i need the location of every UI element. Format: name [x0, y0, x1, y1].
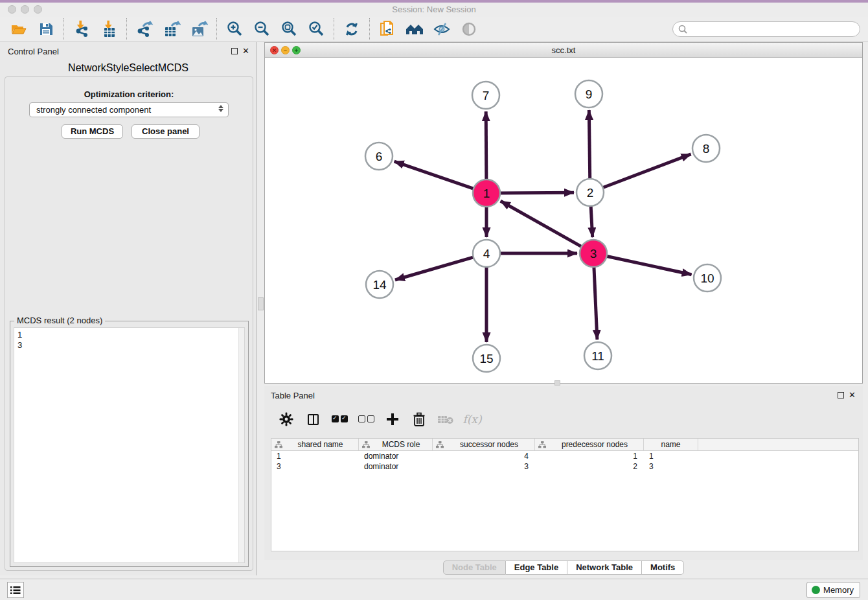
trash-icon — [413, 412, 426, 426]
node-label-14: 14 — [372, 278, 387, 292]
refresh-button[interactable] — [341, 19, 363, 40]
node-label-4: 4 — [483, 247, 490, 260]
select-all-button[interactable] — [329, 410, 350, 429]
edge-3-1[interactable] — [501, 201, 583, 247]
table-cell[interactable]: dominator — [359, 451, 433, 461]
task-history-button[interactable] — [7, 582, 24, 598]
criterion-dropdown[interactable]: strongly connected component — [29, 102, 229, 117]
tab-network-table[interactable]: Network Table — [567, 560, 642, 575]
edge-3-11[interactable] — [594, 266, 597, 340]
zoom-fit-button[interactable] — [278, 19, 300, 40]
close-panel-icon[interactable]: ✕ — [849, 390, 856, 400]
network-window-titlebar[interactable]: ✕ − + scc.txt — [265, 43, 862, 58]
float-panel-icon[interactable] — [231, 48, 238, 54]
node-label-9: 9 — [586, 87, 593, 101]
deselect-all-button[interactable] — [356, 410, 376, 429]
column-visibility-button[interactable] — [303, 410, 323, 429]
tab-motifs[interactable]: Motifs — [642, 560, 684, 575]
edge-3-10[interactable] — [606, 256, 692, 275]
zoom-out-icon — [253, 21, 270, 38]
edge-1-2[interactable] — [499, 192, 574, 193]
tab-node-table[interactable]: Node Table — [443, 560, 506, 575]
control-panel: Control Panel ✕ NetworkStyleSelectMCDS O… — [0, 42, 257, 575]
memory-button[interactable]: Memory — [806, 582, 860, 598]
network-window-title: scc.txt — [265, 45, 862, 55]
column-header-MCDS-role[interactable]: MCDS role — [359, 439, 433, 450]
edge-2-3[interactable] — [591, 205, 593, 237]
tab-edge-table[interactable]: Edge Table — [506, 560, 567, 575]
column-header-shared-name[interactable]: shared name — [271, 439, 359, 450]
optimization-criterion-label: Optimization criterion: — [5, 89, 253, 99]
run-mcds-button[interactable]: Run MCDS — [62, 124, 123, 139]
table-header-row: shared nameMCDS rolesuccessor nodesprede… — [271, 439, 858, 451]
delete-button[interactable] — [409, 410, 429, 429]
mcds-result-item: 3 — [17, 340, 244, 351]
edge-2-8[interactable] — [602, 154, 691, 188]
zoom-selected-button[interactable] — [305, 19, 327, 40]
edge-2-9[interactable] — [589, 110, 589, 180]
network-file-button[interactable] — [376, 19, 398, 40]
close-panel-button[interactable]: Close panel — [131, 124, 200, 139]
column-header-label: shared name — [282, 440, 358, 449]
hide-details-button[interactable] — [431, 19, 453, 40]
export-table-button[interactable] — [161, 19, 183, 40]
cybrowser-button[interactable] — [404, 19, 426, 40]
control-panel-header: Control Panel ✕ — [0, 42, 257, 60]
table-panel: Table Panel ✕ f(x) shared nameMCDS roles… — [264, 386, 863, 560]
table-cell[interactable]: 3 — [433, 461, 535, 472]
mcds-tab-content: Optimization criterion: strongly connect… — [5, 76, 253, 571]
tab-network[interactable]: Network — [68, 62, 106, 74]
edge-1-6[interactable] — [394, 161, 475, 189]
node-table[interactable]: shared nameMCDS rolesuccessor nodesprede… — [271, 438, 859, 551]
attribute-type-icon — [538, 441, 546, 448]
settings-gear-button[interactable] — [276, 410, 297, 429]
export-network-button[interactable] — [133, 19, 155, 40]
table-browser-tabs: Node TableEdge TableNetwork TableMotifs — [264, 560, 863, 575]
tab-select[interactable]: Select — [129, 62, 157, 74]
column-header-successor-nodes[interactable]: successor nodes — [433, 439, 535, 450]
table-cell[interactable]: 4 — [433, 451, 535, 461]
float-panel-icon[interactable] — [838, 392, 844, 398]
search-input[interactable] — [688, 23, 860, 35]
zoom-in-button[interactable] — [223, 19, 246, 40]
tab-style[interactable]: Style — [106, 62, 130, 74]
table-cell[interactable]: dominator — [359, 461, 433, 472]
show-graphics-button[interactable] — [458, 19, 480, 40]
import-network-button[interactable] — [71, 19, 93, 40]
column-header-name[interactable]: name — [644, 439, 698, 450]
table-panel-header: Table Panel ✕ — [264, 386, 863, 404]
table-cell[interactable]: 2 — [535, 461, 644, 472]
task-list-icon — [10, 586, 21, 595]
table-row[interactable]: 1dominator411 — [271, 451, 858, 461]
column-header-predecessor-nodes[interactable]: predecessor nodes — [535, 439, 644, 450]
memory-label: Memory — [823, 585, 854, 595]
zoom-out-button[interactable] — [251, 19, 273, 40]
import-table-button[interactable] — [98, 19, 120, 40]
search-icon — [678, 24, 688, 34]
table-cell[interactable]: 1 — [644, 451, 698, 461]
close-panel-icon[interactable]: ✕ — [242, 46, 249, 56]
control-panel-title: Control Panel — [8, 47, 59, 56]
table-cell[interactable]: 1 — [535, 451, 644, 461]
table-cell[interactable]: 1 — [271, 451, 359, 461]
show-graphics-icon — [461, 21, 477, 38]
mcds-result-list[interactable]: 13 — [14, 327, 245, 563]
open-file-button[interactable] — [8, 19, 30, 40]
edge-4-14[interactable] — [395, 257, 475, 280]
table-cell[interactable]: 3 — [644, 461, 698, 472]
toolbar-separator — [63, 18, 64, 40]
table-row[interactable]: 3dominator323 — [271, 461, 858, 472]
horizontal-splitter-handle[interactable] — [554, 380, 560, 386]
save-session-button[interactable] — [35, 19, 57, 40]
zoom-in-icon — [226, 21, 243, 38]
export-image-button[interactable] — [188, 19, 210, 40]
column-header-label: name — [644, 440, 698, 449]
edge-1-7[interactable] — [486, 111, 486, 181]
table-cell[interactable]: 3 — [271, 461, 359, 472]
network-canvas[interactable]: 1234678910111415 — [265, 58, 862, 383]
scrollbar[interactable] — [238, 328, 244, 562]
vertical-splitter-handle[interactable] — [258, 297, 264, 310]
add-column-button[interactable] — [382, 410, 403, 429]
node-label-11: 11 — [591, 349, 604, 363]
tab-mcds[interactable]: MCDS — [158, 62, 188, 74]
